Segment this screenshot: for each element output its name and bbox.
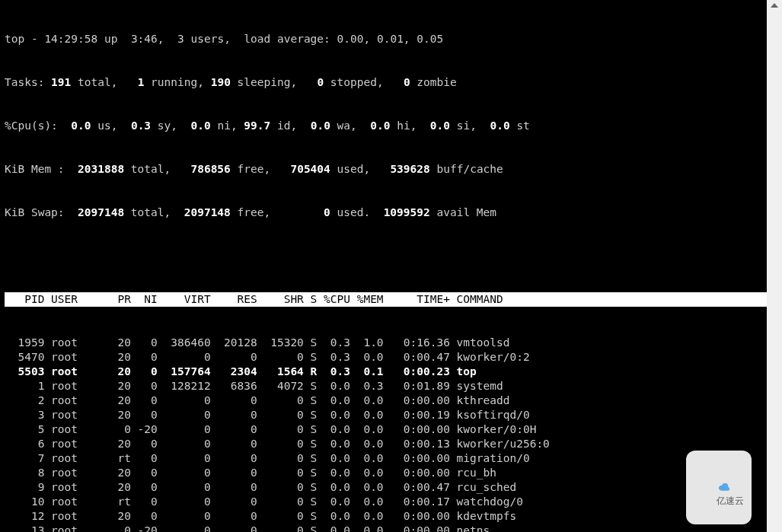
process-row[interactable]: 8 root 20 0 0 0 0 S 0.0 0.0 0:00.00 rcu_… [5, 466, 767, 480]
process-list[interactable]: 1959 root 20 0 386460 20128 15320 S 0.3 … [5, 336, 767, 532]
process-row[interactable]: 2 root 20 0 0 0 0 S 0.0 0.0 0:00.00 kthr… [5, 393, 767, 408]
summary-line-swap: KiB Swap: 2097148 total, 2097148 free, 0… [5, 205, 767, 220]
process-row[interactable]: 6 root 20 0 0 0 0 S 0.0 0.0 0:00.13 kwor… [5, 437, 767, 451]
watermark: 亿速云 [686, 451, 752, 524]
summary-line-tasks: Tasks: 191 total, 1 running, 190 sleepin… [5, 75, 767, 90]
process-table-header[interactable]: PID USER PR NI VIRT RES SHR S %CPU %MEM … [5, 292, 782, 307]
process-row[interactable]: 5 root 0 -20 0 0 0 S 0.0 0.0 0:00.00 kwo… [5, 422, 767, 437]
process-row[interactable]: 12 root 20 0 0 0 0 S 0.0 0.0 0:00.00 kde… [5, 509, 767, 524]
process-row[interactable]: 9 root 20 0 0 0 0 S 0.0 0.0 0:00.47 rcu_… [5, 480, 767, 495]
scrollbar[interactable] [767, 0, 782, 532]
process-row[interactable]: 10 root rt 0 0 0 0 S 0.0 0.0 0:00.17 wat… [5, 495, 767, 509]
terminal[interactable]: top - 14:29:58 up 3:46, 3 users, load av… [0, 0, 767, 532]
cloud-icon [704, 467, 714, 477]
process-row[interactable]: 1959 root 20 0 386460 20128 15320 S 0.3 … [5, 336, 767, 350]
process-row[interactable]: 3 root 20 0 0 0 0 S 0.0 0.0 0:00.19 ksof… [5, 408, 767, 422]
summary-line-1: top - 14:29:58 up 3:46, 3 users, load av… [5, 32, 767, 46]
process-row[interactable]: 7 root rt 0 0 0 0 S 0.0 0.0 0:00.00 migr… [5, 451, 767, 466]
summary-line-mem: KiB Mem : 2031888 total, 786856 free, 70… [5, 162, 767, 177]
process-row[interactable]: 5470 root 20 0 0 0 0 S 0.3 0.0 0:00.47 k… [5, 350, 767, 365]
process-row[interactable]: 5503 root 20 0 157764 2304 1564 R 0.3 0.… [5, 365, 767, 379]
process-row[interactable]: 1 root 20 0 128212 6836 4072 S 0.0 0.3 0… [5, 379, 767, 393]
summary-line-cpu: %Cpu(s): 0.0 us, 0.3 sy, 0.0 ni, 99.7 id… [5, 119, 767, 133]
process-row[interactable]: 13 root 0 -20 0 0 0 S 0.0 0.0 0:00.00 ne… [5, 524, 767, 532]
